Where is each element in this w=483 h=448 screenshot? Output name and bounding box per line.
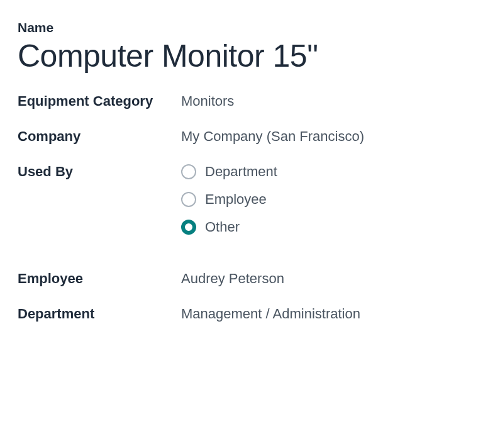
- name-value[interactable]: Computer Monitor 15": [18, 38, 465, 74]
- department-label: Department: [18, 306, 181, 322]
- company-value[interactable]: My Company (San Francisco): [181, 128, 364, 145]
- radio-label: Department: [205, 164, 277, 180]
- used-by-row: Used By Department Employee Other: [18, 164, 465, 235]
- radio-icon: [181, 164, 196, 179]
- radio-option-department[interactable]: Department: [181, 164, 277, 180]
- name-label: Name: [18, 20, 465, 35]
- radio-option-employee[interactable]: Employee: [181, 191, 277, 208]
- employee-row: Employee Audrey Peterson: [18, 271, 465, 287]
- equipment-category-label: Equipment Category: [18, 93, 181, 109]
- company-row: Company My Company (San Francisco): [18, 128, 465, 145]
- used-by-label: Used By: [18, 164, 181, 180]
- used-by-radio-group: Department Employee Other: [181, 164, 277, 235]
- radio-label: Employee: [205, 191, 267, 208]
- department-value[interactable]: Management / Administration: [181, 306, 360, 322]
- equipment-category-row: Equipment Category Monitors: [18, 93, 465, 109]
- department-row: Department Management / Administration: [18, 306, 465, 322]
- company-label: Company: [18, 128, 181, 145]
- employee-value[interactable]: Audrey Peterson: [181, 271, 284, 287]
- radio-option-other[interactable]: Other: [181, 219, 277, 235]
- employee-label: Employee: [18, 271, 181, 287]
- radio-label: Other: [205, 219, 240, 235]
- radio-icon: [181, 192, 196, 207]
- equipment-category-value[interactable]: Monitors: [181, 93, 234, 109]
- radio-icon-selected: [181, 220, 196, 235]
